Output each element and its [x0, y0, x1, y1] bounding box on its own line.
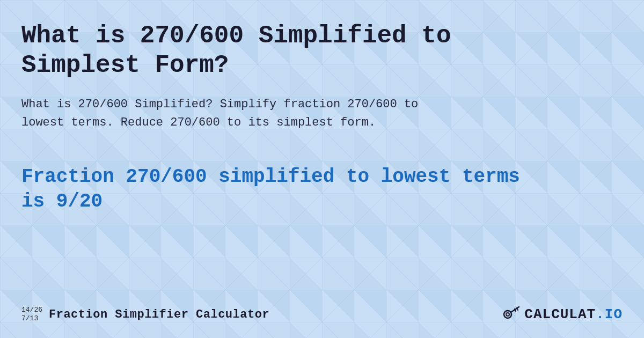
fraction-bottom: 7/13 [21, 314, 42, 323]
logo-text: CALCULAT.IO [524, 306, 623, 322]
main-title: What is 270/600 Simplified to Simplest F… [21, 21, 504, 80]
description-text: What is 270/600 Simplified? Simplify fra… [21, 95, 462, 132]
result-text: Fraction 270/600 simplified to lowest te… [21, 165, 531, 215]
page-content: What is 270/600 Simplified to Simplest F… [0, 0, 644, 338]
result-section: Fraction 270/600 simplified to lowest te… [21, 165, 623, 215]
logo-dot-io: .IO [596, 306, 623, 322]
fraction-top: 14/26 [21, 306, 42, 314]
footer-right: CALCULAT.IO [502, 303, 623, 326]
footer-left: 14/26 7/13 Fraction Simplifier Calculato… [21, 306, 269, 322]
footer: 14/26 7/13 Fraction Simplifier Calculato… [21, 303, 623, 326]
svg-point-12 [506, 313, 509, 316]
brand-label: Fraction Simplifier Calculator [49, 308, 269, 321]
calculator-icon [502, 303, 521, 326]
fraction-stack: 14/26 7/13 [21, 306, 42, 322]
svg-point-11 [504, 311, 511, 318]
